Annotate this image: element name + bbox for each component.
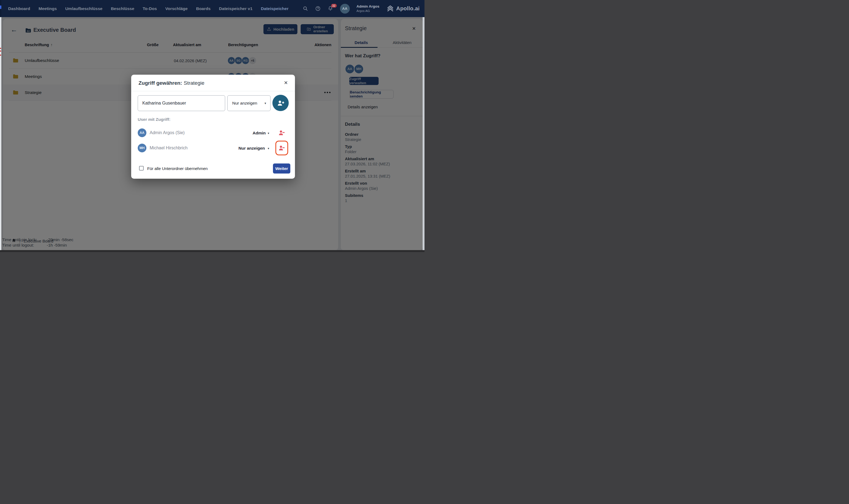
- user-avatar[interactable]: AA: [340, 4, 350, 14]
- modal-close-icon[interactable]: ✕: [284, 80, 288, 85]
- apply-subfolders-checkbox[interactable]: [139, 166, 144, 170]
- continue-button[interactable]: Weiter: [273, 163, 290, 174]
- nav-items: Dashboard Meetings Umlaufbeschlüsse Besc…: [8, 6, 288, 11]
- chevron-down-icon: ▼: [264, 102, 267, 105]
- user-avatar: AA: [138, 128, 146, 137]
- nav-item-todos[interactable]: To-Dos: [143, 6, 157, 11]
- nav-item-boards[interactable]: Boards: [196, 6, 211, 11]
- role-select[interactable]: Nur anzeigen ▼: [227, 95, 271, 111]
- users-with-access-heading: User mit Zugriff:: [138, 117, 170, 122]
- user-avatar: MH: [138, 144, 146, 152]
- person-minus-icon: [278, 129, 285, 136]
- user-name: Michael Hirschbrich: [150, 146, 188, 150]
- chevron-down-icon[interactable]: ▼: [267, 147, 270, 150]
- top-navbar: Dashboard Meetings Umlaufbeschlüsse Besc…: [0, 0, 424, 17]
- person-add-icon: [277, 100, 284, 107]
- nav-item-beschluesse[interactable]: Beschlüsse: [111, 6, 134, 11]
- nav-item-umlaufbeschluesse[interactable]: Umlaufbeschlüsse: [65, 6, 103, 11]
- app-logo[interactable]: Apollo.ai: [386, 5, 420, 12]
- notifications-bell-icon[interactable]: 32: [327, 6, 333, 12]
- search-icon[interactable]: [303, 6, 308, 12]
- nav-item-vorschlaege[interactable]: Vorschläge: [165, 6, 188, 11]
- nav-item-dateispeicher[interactable]: Dateispeicher: [261, 6, 289, 11]
- user-name: Admin Argos: [357, 4, 379, 9]
- grant-access-modal: Zugriff gewähren:Strategie ✕ Nur anzeige…: [131, 75, 295, 179]
- help-icon[interactable]: [315, 6, 321, 12]
- modal-title: Zugriff gewähren:Strategie: [139, 80, 204, 86]
- nav-right-cluster: 32 AA Admin Argos Argos AG Apollo.ai: [303, 4, 420, 14]
- user-role-select[interactable]: Admin: [253, 131, 266, 136]
- nav-item-dateispeicher-v1[interactable]: Dateispeicher v1: [219, 6, 252, 11]
- app-logo-text: Apollo.ai: [396, 5, 420, 12]
- remove-user-button[interactable]: [278, 129, 285, 136]
- user-menu[interactable]: Admin Argos Argos AG: [357, 4, 379, 13]
- remove-user-button-highlighted[interactable]: [278, 145, 285, 151]
- person-minus-icon: [278, 145, 285, 151]
- user-search-input[interactable]: [138, 95, 225, 111]
- user-org: Argos AG: [357, 9, 379, 13]
- add-user-button[interactable]: [272, 95, 289, 111]
- left-edge-strip: [0, 0, 1, 252]
- modal-header-divider: [131, 91, 295, 91]
- nav-item-meetings[interactable]: Meetings: [39, 6, 57, 11]
- chevron-down-icon[interactable]: ▼: [267, 132, 270, 135]
- apollo-chevrons-icon: [386, 5, 394, 12]
- nav-item-dashboard[interactable]: Dashboard: [8, 6, 30, 11]
- user-role-select[interactable]: Nur anzeigen: [238, 146, 265, 151]
- notification-count-badge: 32: [331, 4, 337, 7]
- apply-subfolders-label: Für alle Unterordner übernehmen: [147, 166, 208, 171]
- user-name: Admin Argos (Sie): [150, 130, 185, 135]
- window-scrollbar[interactable]: [422, 17, 424, 252]
- window-bottom-edge: [0, 250, 424, 252]
